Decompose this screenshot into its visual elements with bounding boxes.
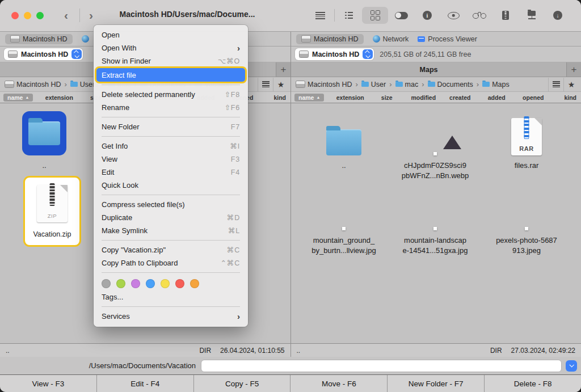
preview-button[interactable] xyxy=(440,7,466,24)
view-f3-button[interactable]: View - F3 xyxy=(0,375,97,392)
column-header-name[interactable]: name▲ xyxy=(294,94,332,102)
menu-item-open[interactable]: Open xyxy=(94,28,248,41)
tag-blue[interactable] xyxy=(146,279,155,288)
download-icon: ↓ xyxy=(553,11,562,20)
menu-item-tags[interactable]: Tags... xyxy=(94,290,248,304)
sort-asc-icon: ▲ xyxy=(316,95,320,99)
column-header-added[interactable]: added xyxy=(478,94,515,101)
right-folder-tab-maps[interactable]: Maps xyxy=(291,62,566,77)
favorites-button[interactable]: ★ xyxy=(563,78,579,91)
menu-item-copy[interactable]: Copy "Vacation.zip"⌘C xyxy=(94,243,248,256)
file-item-parent-folder[interactable]: .. xyxy=(301,111,386,171)
right-drive-selector[interactable]: Macintosh HD xyxy=(295,48,374,60)
left-drive-selector[interactable]: Macintosh HD xyxy=(4,48,83,60)
menu-item-rename[interactable]: Rename⇧F6 xyxy=(94,101,248,114)
file-item-files-rar[interactable]: RAR files.rar xyxy=(484,111,569,171)
right-device-tab-macintosh-hd[interactable]: Macintosh HD xyxy=(296,34,364,44)
edit-f4-button[interactable]: Edit - F4 xyxy=(97,375,194,392)
globe-icon xyxy=(82,35,89,43)
tag-yellow[interactable] xyxy=(161,279,170,288)
file-item-mountain-landscape-jpg[interactable]: mountain-landscap e-14541...51gxa.jpg xyxy=(393,186,478,255)
left-device-tab-network[interactable] xyxy=(82,35,89,43)
right-add-tab-button[interactable]: + xyxy=(566,62,581,77)
column-header-opened[interactable]: opened xyxy=(515,94,552,101)
download-button[interactable]: ↓ xyxy=(545,7,571,24)
column-header-size[interactable]: size xyxy=(369,94,406,101)
tag-purple[interactable] xyxy=(131,279,140,288)
menu-item-make-symlink[interactable]: Make Symlink⌘L xyxy=(94,224,248,237)
tag-red[interactable] xyxy=(175,279,184,288)
list-mode-button[interactable] xyxy=(258,78,273,91)
breadcrumb-item-drive[interactable]: Macintosh HD xyxy=(296,81,352,88)
drive-stepper[interactable] xyxy=(71,49,82,59)
menu-button[interactable] xyxy=(307,7,333,24)
menu-separator xyxy=(102,306,240,307)
menu-item-view[interactable]: ViewF3 xyxy=(94,153,248,166)
file-item-webp-image[interactable]: cHJpdmF0ZS9sci9 pbWFnZ...nBn.webp xyxy=(393,111,478,180)
column-header-created[interactable]: created xyxy=(442,94,479,101)
column-header-extension[interactable]: extension xyxy=(41,94,78,101)
zipper xyxy=(524,116,529,139)
tag-orange[interactable] xyxy=(190,279,199,288)
menu-item-services[interactable]: Services› xyxy=(94,310,248,323)
column-header-kind[interactable]: kind xyxy=(551,94,578,101)
list-mode-button[interactable] xyxy=(548,78,563,91)
search-button[interactable] xyxy=(466,7,492,24)
command-input[interactable] xyxy=(201,360,562,372)
menu-item-new-folder[interactable]: New FolderF7 xyxy=(94,120,248,133)
breadcrumb-item-users[interactable]: User xyxy=(361,81,386,88)
menu-item-extract-file[interactable]: Extract file xyxy=(96,68,245,82)
breadcrumb-item-drive[interactable]: Macintosh HD xyxy=(5,81,61,88)
tag-color-row xyxy=(94,276,248,290)
column-header-kind[interactable]: kind xyxy=(261,94,287,101)
command-history-button[interactable] xyxy=(566,360,577,372)
right-device-tab-process-viewer[interactable]: Process Viewer xyxy=(418,35,477,43)
menu-item-get-info[interactable]: Get Info⌘I xyxy=(94,140,248,153)
menu-item-open-with[interactable]: Open With› xyxy=(94,41,248,54)
toolbar: i ↓ xyxy=(307,6,571,24)
tag-gray[interactable] xyxy=(102,279,111,288)
breadcrumb-item-documents[interactable]: Documents xyxy=(428,81,473,88)
archive-button[interactable] xyxy=(492,7,519,24)
file-item-parent-folder[interactable]: .. xyxy=(10,111,78,171)
zoom-button[interactable] xyxy=(36,12,44,19)
file-label: mountain-landscap e-14541...51gxa.jpg xyxy=(403,235,468,255)
tag-green[interactable] xyxy=(116,279,125,288)
menu-item-copy-path[interactable]: Copy Path to Clipboard⌃⌘C xyxy=(94,256,248,269)
left-device-tab-macintosh-hd[interactable]: Macintosh HD xyxy=(5,34,73,44)
current-path-label: /Users/mac/Documents/Vacation xyxy=(0,361,201,370)
file-item-pexels-photo-jpeg[interactable]: pexels-photo-5687 913.jpeg xyxy=(484,186,569,255)
close-button[interactable] xyxy=(11,12,19,19)
column-header-name[interactable]: name▲ xyxy=(3,94,41,102)
right-device-tab-network[interactable]: Network xyxy=(373,35,409,43)
new-folder-f7-button[interactable]: New Folder - F7 xyxy=(388,375,485,392)
delete-f8-button[interactable]: Delete - F8 xyxy=(485,375,581,392)
info-button[interactable]: i xyxy=(414,7,440,24)
column-header-extension[interactable]: extension xyxy=(332,94,369,101)
menu-item-quick-look[interactable]: Quick Look xyxy=(94,179,248,192)
move-f6-button[interactable]: Move - F6 xyxy=(290,375,388,392)
network-button[interactable] xyxy=(519,7,545,24)
image-thumbnail xyxy=(433,152,437,155)
back-button[interactable]: ‹ xyxy=(64,7,68,24)
menu-item-delete-permanently[interactable]: Delete selected permanently⇧F8 xyxy=(94,88,248,101)
menu-item-compress[interactable]: Compress selected file(s) xyxy=(94,198,248,211)
copy-f5-button[interactable]: Copy - F5 xyxy=(194,375,291,392)
menu-item-edit[interactable]: EditF4 xyxy=(94,166,248,179)
grid-view-button[interactable] xyxy=(362,7,388,24)
list-view-button[interactable] xyxy=(336,7,362,24)
menu-item-duplicate[interactable]: Duplicate⌘D xyxy=(94,211,248,224)
left-add-tab-button[interactable]: + xyxy=(276,62,290,77)
drive-stepper[interactable] xyxy=(363,49,373,59)
minimize-button[interactable] xyxy=(24,12,31,19)
file-item-mountain-ground-jpg[interactable]: mountain_ground_ by_burtn...llview.jpg xyxy=(301,186,386,255)
forward-button[interactable]: › xyxy=(89,7,93,24)
menu-item-show-in-finder[interactable]: Show in Finder⌥⌘O xyxy=(94,54,248,68)
panel-toggle-button[interactable] xyxy=(388,7,414,24)
column-header-modified[interactable]: modified xyxy=(405,94,442,101)
breadcrumb-item-maps[interactable]: Maps xyxy=(482,81,510,88)
breadcrumb-item-mac[interactable]: mac xyxy=(395,81,419,88)
favorites-button[interactable]: ★ xyxy=(273,78,288,91)
file-item-vacation-zip[interactable]: ZIP Vacation.zip xyxy=(23,176,81,247)
device-tab-label: Macintosh HD xyxy=(314,35,359,43)
